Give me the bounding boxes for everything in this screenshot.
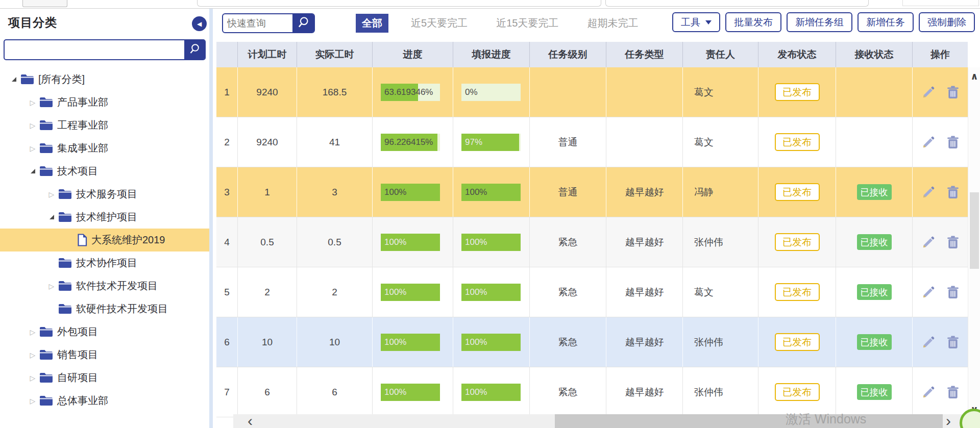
published-badge: 已发布: [775, 183, 820, 201]
delete-trash-icon[interactable]: [947, 236, 959, 249]
tab-近15天要完工[interactable]: 近15天要完工: [490, 14, 565, 33]
table-row[interactable]: 19240168.563.619346%0%葛文已发布: [216, 67, 968, 117]
table-row[interactable]: 766100%100%紧急越早越好张仲伟已发布已接收: [216, 367, 968, 417]
published-badge: 已发布: [775, 83, 820, 101]
edit-pencil-icon[interactable]: [922, 135, 936, 149]
search-icon: [297, 16, 310, 31]
tree-item-label: 技术协作项目: [76, 256, 137, 270]
cell-receive-status: 已接收: [836, 367, 913, 417]
cell-owner: 冯静: [683, 167, 758, 217]
expand-arrow-icon[interactable]: ▷: [26, 328, 39, 336]
progress-text: 63.619346%: [384, 84, 433, 101]
delete-trash-icon[interactable]: [947, 336, 959, 349]
tree-item-产品事业部[interactable]: ▷产品事业部: [0, 91, 209, 114]
expand-arrow-icon[interactable]: ▷: [45, 190, 58, 198]
delete-trash-icon[interactable]: [947, 286, 959, 299]
folder-icon: [58, 281, 72, 291]
progress-progressbar: 100%: [381, 234, 440, 251]
tab-全部[interactable]: 全部: [356, 14, 388, 33]
expand-arrow-icon[interactable]: ▷: [26, 374, 39, 382]
tree-item-工程事业部[interactable]: ▷工程事业部: [0, 114, 209, 137]
scroll-left-icon[interactable]: ‹: [248, 414, 253, 428]
expand-arrow-icon[interactable]: ▷: [45, 282, 58, 290]
expand-arrow-icon[interactable]: ▷: [26, 121, 39, 130]
cell-receive-status: 已接收: [836, 167, 913, 217]
expand-arrow-icon[interactable]: ▷: [26, 351, 39, 359]
category-search-input[interactable]: [5, 40, 184, 59]
table-row[interactable]: 61010100%100%紧急越早越好张仲伟已发布已接收: [216, 317, 968, 367]
quick-search-button[interactable]: [292, 14, 314, 32]
panel-collapse-button[interactable]: ◀: [192, 16, 207, 31]
collapse-arrow-icon[interactable]: [45, 215, 58, 219]
新增任务组-button[interactable]: 新增任务组: [787, 12, 852, 32]
edit-pencil-icon[interactable]: [922, 385, 936, 399]
delete-trash-icon[interactable]: [947, 186, 959, 199]
delete-trash-icon[interactable]: [947, 86, 959, 99]
progress-text: 100%: [384, 384, 406, 401]
edit-pencil-icon[interactable]: [922, 235, 936, 249]
scroll-up-icon[interactable]: ∧: [968, 70, 980, 84]
强制删除-button[interactable]: 强制删除: [919, 12, 975, 32]
tree-item-外包项目[interactable]: ▷外包项目: [0, 320, 209, 343]
tree-item-技术协作项目[interactable]: 技术协作项目: [0, 251, 209, 274]
tab-超期未完工[interactable]: 超期未完工: [581, 14, 644, 33]
cutoff-field: [902, 0, 979, 6]
tree-item-技术服务项目[interactable]: ▷技术服务项目: [0, 183, 209, 206]
report-progressbar: 100%: [461, 234, 521, 251]
tree-item-自研项目[interactable]: ▷自研项目: [0, 366, 209, 389]
edit-pencil-icon[interactable]: [922, 335, 936, 349]
tree-item-技术项目[interactable]: 技术项目: [0, 160, 209, 183]
cell-publish-status: 已发布: [758, 117, 836, 167]
table-row[interactable]: 522100%100%紧急越早越好葛文已发布已接收: [216, 267, 968, 317]
collapse-arrow-icon[interactable]: [7, 77, 20, 82]
tree-item-软件技术开发项目[interactable]: ▷软件技术开发项目: [0, 274, 209, 297]
collapse-arrow-icon[interactable]: [26, 169, 39, 173]
chevron-down-icon: [705, 20, 712, 24]
expand-arrow-icon[interactable]: ▷: [26, 98, 39, 107]
edit-pencil-icon[interactable]: [922, 185, 936, 199]
tree-item-label: 技术服务项目: [76, 187, 137, 201]
vertical-scroll-thumb[interactable]: [970, 192, 979, 269]
tree-item-集成事业部[interactable]: ▷集成事业部: [0, 137, 209, 160]
cell-task-type: 越早越好: [606, 217, 683, 267]
tree-item-大系统维护2019[interactable]: 大系统维护2019: [0, 229, 209, 251]
expand-arrow-icon[interactable]: ▷: [26, 397, 39, 405]
cell-publish-status: 已发布: [758, 367, 836, 417]
tree-item-总体事业部[interactable]: ▷总体事业部: [0, 389, 209, 412]
cell-report-progress: 100%: [453, 217, 530, 267]
progress-progressbar: 63.619346%: [381, 84, 440, 101]
delete-trash-icon[interactable]: [947, 386, 959, 399]
批量发布-button[interactable]: 批量发布: [725, 12, 781, 32]
tree-item-技术维护项目[interactable]: 技术维护项目: [0, 206, 209, 229]
received-badge: 已接收: [857, 284, 892, 300]
edit-pencil-icon[interactable]: [922, 85, 936, 99]
progress-progressbar: 100%: [381, 184, 440, 201]
tree-item-label: 总体事业部: [57, 394, 108, 408]
expand-arrow-icon[interactable]: ▷: [26, 144, 39, 153]
horizontal-scroll-thumb[interactable]: [555, 414, 943, 428]
published-badge: 已发布: [775, 383, 820, 401]
panel-title: 项目分类: [8, 15, 57, 31]
table-row[interactable]: 40.50.5100%100%紧急越早越好张仲伟已发布已接收: [216, 217, 968, 267]
tree-item-软硬件技术开发项目[interactable]: 软硬件技术开发项目: [0, 297, 209, 320]
delete-trash-icon[interactable]: [947, 136, 959, 149]
edit-pencil-icon[interactable]: [922, 285, 936, 299]
table-row[interactable]: 292404196.226415%97%普通葛文已发布: [216, 117, 968, 167]
tree-item-销售项目[interactable]: ▷销售项目: [0, 343, 209, 366]
vertical-scrollbar[interactable]: ∧ ∨: [968, 67, 980, 419]
column-header-接收状态: 接收状态: [836, 42, 913, 67]
table-row[interactable]: 313100%100%普通越早越好冯静已发布已接收: [216, 167, 968, 217]
tree-item-所有分类[interactable]: [所有分类]: [0, 68, 209, 91]
cell-actual-hours: 10: [297, 317, 373, 367]
tree-item-label: 集成事业部: [57, 141, 108, 155]
新增任务-button[interactable]: 新增任务: [857, 12, 914, 32]
category-search-button[interactable]: [184, 40, 205, 59]
cell-planned-hours: 9240: [238, 117, 297, 167]
工具-button[interactable]: 工具: [672, 12, 720, 32]
column-header-任务级别: 任务级别: [530, 42, 606, 67]
quick-search-input[interactable]: [223, 14, 292, 32]
progress-text: 100%: [465, 384, 487, 401]
scroll-right-icon[interactable]: ›: [946, 414, 951, 428]
tree-item-label: 自研项目: [57, 371, 98, 385]
tab-近5天要完工[interactable]: 近5天要完工: [405, 14, 474, 33]
